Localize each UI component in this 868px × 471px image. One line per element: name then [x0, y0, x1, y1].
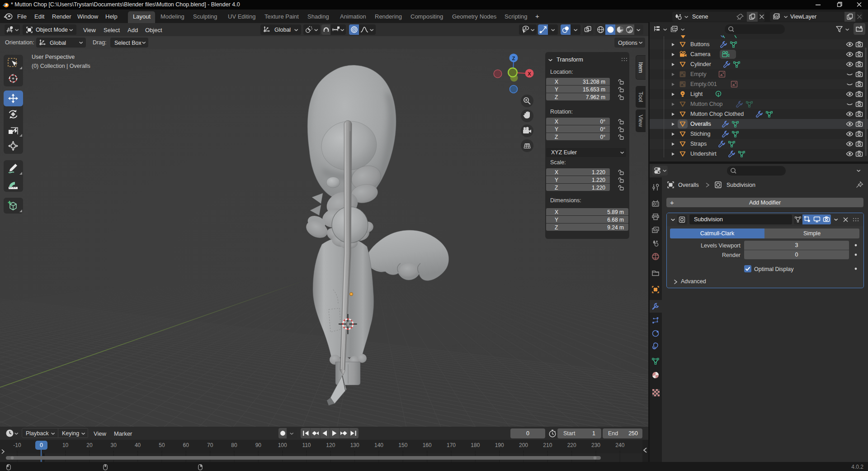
svg-text:Z: Z [512, 56, 515, 61]
svg-text:X: X [528, 71, 531, 76]
